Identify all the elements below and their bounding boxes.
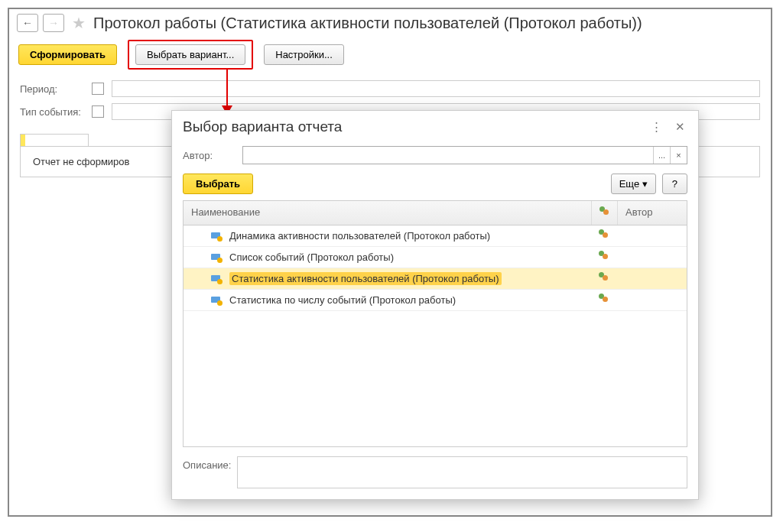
author-label: Автор: [183,150,236,161]
titlebar: ← → ★ Протокол работы (Статистика активн… [9,9,771,37]
description-label: Описание: [183,456,231,488]
forward-button[interactable]: → [43,14,64,32]
author-input[interactable] [243,147,653,164]
dialog-header: Выбор варианта отчета ⋮ ✕ [172,111,698,143]
description-row: Описание: [172,447,698,499]
users-icon [599,251,611,261]
description-box[interactable] [237,456,687,488]
table-body: Динамика активности пользователей (Прото… [184,225,687,311]
variants-table: Наименование Автор Динамика активности п… [183,200,687,447]
back-button[interactable]: ← [17,14,38,32]
variant-label: Статистика активности пользователей (Про… [229,272,502,285]
select-button[interactable]: Выбрать [183,174,253,194]
help-button[interactable]: ? [662,174,687,194]
variant-icon [211,296,223,305]
variant-label: Статистика по числу событий (Протокол ра… [229,294,456,306]
dialog-toolbar: Выбрать Еще ▾ ? [172,167,698,200]
main-toolbar: Сформировать Выбрать вариант... Настройк… [9,37,771,77]
choose-variant-highlight: Выбрать вариант... [128,40,253,70]
table-row[interactable]: Статистика по числу событий (Протокол ра… [184,290,687,311]
table-header: Наименование Автор [184,201,687,225]
variant-label: Список событий (Протокол работы) [229,251,394,263]
more-button[interactable]: Еще ▾ [611,174,656,194]
users-icon [599,294,611,304]
main-window: ← → ★ Протокол работы (Статистика активн… [8,8,772,517]
report-not-generated-message: Отчет не сформиров [33,156,129,167]
column-name[interactable]: Наименование [184,201,592,225]
table-row[interactable]: Динамика активности пользователей (Прото… [184,225,687,247]
users-icon [599,272,611,283]
author-filter-row: Автор: ... × [172,143,698,167]
variant-icon [211,274,223,284]
favorite-star-icon[interactable]: ★ [72,14,86,32]
chevron-down-icon: ▾ [642,178,648,190]
column-users-icon[interactable] [592,201,618,225]
author-input-wrapper: ... × [242,146,687,164]
period-row: Период: [9,77,771,100]
generate-button[interactable]: Сформировать [18,44,117,65]
period-label: Период: [20,83,84,95]
users-icon [599,206,612,217]
page-title: Протокол работы (Статистика активности п… [93,15,642,32]
column-author[interactable]: Автор [618,201,687,225]
author-clear-button[interactable]: × [670,147,687,164]
author-select-button[interactable]: ... [653,147,670,164]
variant-icon [211,232,223,241]
users-icon [599,229,611,240]
event-type-checkbox[interactable] [92,105,104,118]
variant-label: Динамика активности пользователей (Прото… [229,230,490,242]
close-icon[interactable]: ✕ [672,119,687,135]
report-tab[interactable] [20,134,89,146]
variant-dialog: Выбор варианта отчета ⋮ ✕ Автор: ... × В… [171,110,699,500]
choose-variant-button[interactable]: Выбрать вариант... [135,44,245,65]
period-input[interactable] [112,80,760,97]
settings-button[interactable]: Настройки... [264,44,344,65]
dialog-title: Выбор варианта отчета [183,118,642,135]
table-row[interactable]: Статистика активности пользователей (Про… [184,268,687,290]
period-checkbox[interactable] [92,83,104,95]
variant-icon [211,253,223,262]
kebab-menu-icon[interactable]: ⋮ [649,119,664,135]
event-type-label: Тип события: [20,106,84,118]
table-row[interactable]: Список событий (Протокол работы) [184,247,687,268]
